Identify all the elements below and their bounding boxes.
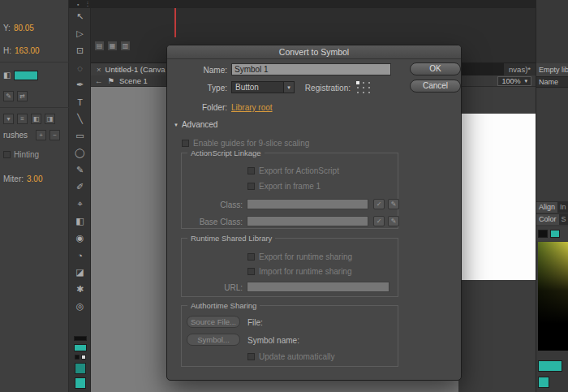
registration-grid[interactable]	[355, 80, 372, 95]
source-file-button[interactable]: Source File...	[187, 316, 240, 328]
nine-slice-checkbox[interactable]	[182, 140, 189, 147]
folder-link[interactable]: Library root	[231, 103, 273, 112]
type-dropdown[interactable]: Button ▾	[231, 81, 295, 93]
stroke-options-icon[interactable]: ≡	[17, 114, 28, 124]
tab-swatches-fragment[interactable]: S	[562, 215, 566, 223]
library-item-list[interactable]	[536, 88, 568, 201]
registration-dot[interactable]	[368, 82, 370, 84]
tool-glyph: ✐	[76, 182, 84, 192]
cap-option-icon[interactable]: ◧	[31, 114, 41, 124]
stroke-color-chip[interactable]	[538, 230, 548, 238]
y-position-value[interactable]: 80.05	[14, 24, 34, 32]
selected-fill-swatch-2[interactable]	[75, 377, 86, 389]
url-field[interactable]	[247, 282, 389, 292]
paint-bucket-tool-icon[interactable]: ◧	[69, 213, 91, 230]
dialog-title[interactable]: Convert to Symbol	[167, 45, 461, 59]
registration-dot[interactable]	[368, 87, 370, 88]
validate-base-class-icon[interactable]: ✓	[373, 216, 385, 226]
center-frame-icon[interactable]: ▦	[107, 41, 118, 51]
tab-align[interactable]: Align	[536, 202, 557, 213]
registration-dot-selected[interactable]	[356, 81, 359, 84]
library-name-header[interactable]: Name	[536, 76, 568, 88]
registration-dot[interactable]	[357, 92, 359, 93]
export-frame1-checkbox[interactable]	[247, 183, 255, 190]
folder-icon[interactable]: ▤	[94, 41, 105, 51]
ink-bottle-tool-icon[interactable]: ◉	[69, 230, 91, 247]
fill-color-swatch-tool[interactable]	[74, 344, 87, 351]
color-gradient-picker[interactable]	[538, 242, 568, 351]
y-position-row: Y: 80.05	[3, 23, 34, 33]
export-runtime-checkbox[interactable]	[247, 253, 255, 261]
folder-label: Folder:	[167, 103, 227, 112]
update-automatically-checkbox[interactable]	[247, 353, 255, 360]
hinting-checkbox[interactable]	[3, 151, 11, 158]
text-tool-icon[interactable]: T	[69, 93, 91, 110]
free-transform-tool-icon[interactable]: ⊡	[69, 42, 91, 59]
lasso-tool-icon[interactable]: ◌	[69, 59, 91, 76]
fill-color-swatch[interactable]	[14, 71, 38, 80]
stroke-style-dropdown[interactable]: ▾	[3, 114, 14, 124]
remove-brush-button[interactable]: −	[49, 130, 60, 140]
back-icon[interactable]: ←	[95, 76, 103, 85]
cancel-button[interactable]: Cancel	[410, 80, 461, 93]
pencil-tool-icon[interactable]: ✎	[69, 162, 91, 179]
panel-menu-icon[interactable]: ▪	[77, 2, 79, 7]
symbol-name-input[interactable]: Symbol 1	[231, 63, 391, 75]
document-tab-active[interactable]: × Untitled-1 (Canva	[91, 63, 170, 75]
registration-dot[interactable]	[363, 92, 364, 93]
fill-color-chip[interactable]	[550, 230, 560, 238]
stage-canvas[interactable]	[458, 114, 536, 280]
close-icon[interactable]: ×	[97, 65, 101, 74]
tab-info-fragment[interactable]: In	[560, 203, 566, 211]
selection-tool-icon[interactable]: ↖	[69, 8, 91, 25]
stroke-pencil-icon[interactable]: ✎	[3, 91, 14, 101]
line-tool-icon[interactable]: ╲	[69, 110, 91, 127]
import-runtime-checkbox[interactable]	[247, 268, 255, 275]
scene-breadcrumb[interactable]: Scene 1	[119, 76, 148, 85]
edit-class-icon[interactable]: ✎	[388, 199, 399, 209]
actionscript-linkage-group: ActionScript Linkage Export for ActionSc…	[181, 153, 398, 229]
document-tab-fragment[interactable]: nvas)*	[504, 63, 536, 75]
edit-base-class-icon[interactable]: ✎	[388, 216, 399, 226]
symbol-button[interactable]: Symbol...	[187, 334, 240, 346]
subselection-tool-icon[interactable]: ▷	[69, 25, 91, 42]
advanced-toggle[interactable]: ▼ Advanced	[174, 120, 217, 129]
tab-color[interactable]: Color	[536, 214, 559, 225]
color-swatches-tabs: Color S	[536, 213, 568, 225]
zoom-control[interactable]: 100% ▾	[497, 76, 531, 86]
swap-colors-icon[interactable]	[81, 355, 86, 360]
rectangle-tool-icon[interactable]: ▭	[69, 127, 91, 144]
eraser-tool-icon[interactable]: ◪	[69, 264, 91, 281]
hand-tool-icon[interactable]: ✱	[69, 281, 91, 298]
zoom-tool-icon[interactable]: ◎	[69, 298, 91, 315]
teal-swatch-large[interactable]	[538, 360, 562, 372]
eyedropper-tool-icon[interactable]: ◔	[69, 247, 91, 264]
add-brush-button[interactable]: +	[36, 130, 46, 140]
base-class-field[interactable]	[247, 216, 368, 226]
swap-colors-icon[interactable]: ⇄	[17, 91, 28, 101]
join-option-icon[interactable]: ◨	[45, 114, 55, 124]
registration-dot[interactable]	[357, 87, 359, 88]
registration-dot[interactable]	[363, 87, 364, 88]
pen-tool-icon[interactable]: ✒	[69, 76, 91, 93]
registration-dot[interactable]	[368, 92, 370, 93]
playhead[interactable]	[174, 8, 176, 37]
ok-button[interactable]: OK	[410, 62, 461, 75]
library-name-header-text: Name	[539, 78, 558, 86]
onion-skin-icon[interactable]: ▥	[120, 41, 131, 51]
teal-swatch-small[interactable]	[538, 377, 549, 388]
validate-class-icon[interactable]: ✓	[373, 199, 385, 209]
brushes-header: rushes	[3, 131, 28, 140]
export-actionscript-checkbox[interactable]	[247, 167, 255, 174]
class-field[interactable]	[247, 199, 368, 209]
stroke-color-swatch[interactable]	[74, 336, 87, 341]
height-value[interactable]: 163.00	[15, 46, 40, 55]
default-colors-icon[interactable]	[75, 355, 80, 360]
bone-tool-icon[interactable]: ⌖	[69, 196, 91, 213]
registration-dot[interactable]	[363, 82, 364, 84]
panel-options-icon[interactable]: ⋮	[84, 1, 90, 7]
miter-value[interactable]: 3.00	[27, 174, 42, 183]
selected-fill-swatch[interactable]	[75, 363, 86, 374]
oval-tool-icon[interactable]: ◯	[69, 144, 91, 162]
brush-tool-icon[interactable]: ✐	[69, 179, 91, 196]
